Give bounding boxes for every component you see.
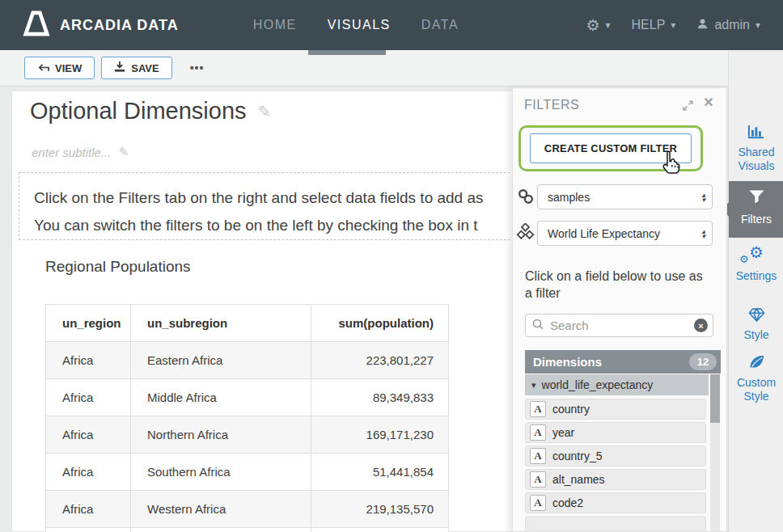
visual-title: Regional Populations — [45, 258, 191, 276]
cell-population: 169,171,230 — [311, 416, 449, 454]
cell-subregion: Eastern Africa — [131, 342, 311, 379]
field-label: code2 — [552, 496, 583, 509]
dimensions-header: Dimensions 12 — [525, 350, 721, 374]
nav-links: HOME VISUALS DATA — [253, 18, 459, 32]
table-row: Africa Western Africa 219,135,570 — [46, 491, 449, 528]
table-row-partial — [46, 528, 449, 532]
sidebar-item-shared-visuals[interactable]: Shared Visuals — [729, 125, 783, 173]
table-row: Africa Southern Africa 51,441,854 — [46, 454, 449, 491]
connection-select-value: samples — [548, 191, 590, 204]
diamond-icon — [729, 308, 783, 324]
brand-name: ARCADIA DATA — [60, 17, 179, 34]
cell-population: 51,441,854 — [311, 454, 449, 491]
view-button[interactable]: VIEW — [24, 57, 95, 79]
collapse-arrow-icon: ▾ — [531, 380, 536, 391]
more-options-button[interactable]: ••• — [185, 61, 210, 75]
dimensions-count-badge: 12 — [689, 353, 717, 370]
download-icon — [114, 61, 125, 74]
dataset-group-row[interactable]: ▾ world_life_expectancy — [525, 374, 709, 395]
string-type-icon: A — [530, 424, 546, 441]
cell-population: 89,349,833 — [311, 379, 449, 416]
dashboard-subtitle-row: enter subtitle... ✎ — [32, 145, 129, 159]
save-button[interactable]: SAVE — [101, 57, 171, 79]
table-header-row: un_region un_subregion sum(population) — [46, 305, 449, 342]
dataset-select-value: World Life Expectancy — [548, 227, 660, 240]
sidebar-label: Custom Style — [729, 376, 783, 403]
search-input[interactable] — [548, 318, 689, 333]
field-item-partial[interactable] — [525, 516, 706, 532]
cell-region: Africa — [46, 379, 131, 416]
active-nav-underline — [308, 50, 386, 55]
field-label: alt_names — [552, 473, 605, 486]
sidebar-label: Shared Visuals — [729, 146, 783, 173]
search-icon — [532, 319, 544, 333]
field-label: year — [552, 426, 574, 439]
arcadia-logo-icon — [23, 10, 50, 40]
settings-menu[interactable]: ⚙ ▾ — [586, 18, 610, 33]
sidebar-label: Style — [729, 328, 783, 342]
page-title: Optional Dimensions — [30, 98, 247, 125]
table-row: Africa Northern Africa 169,171,230 — [46, 416, 449, 454]
connection-select[interactable]: samples ▴▾ — [537, 184, 713, 209]
user-icon — [696, 18, 709, 33]
cell-region: Africa — [46, 491, 131, 528]
dataset-cubes-icon — [516, 223, 535, 243]
leaf-icon — [729, 354, 783, 372]
chevron-down-icon: ▾ — [671, 19, 675, 31]
chevron-down-icon: ▾ — [755, 19, 760, 31]
field-item-country-5[interactable]: A country_5 — [525, 445, 706, 467]
cell-population: 223,801,227 — [311, 342, 449, 379]
sidebar-item-custom-style[interactable]: Custom Style — [729, 354, 783, 403]
close-panel-icon[interactable]: × — [704, 93, 713, 112]
string-type-icon: A — [530, 448, 546, 464]
nav-item-visuals[interactable]: VISUALS — [328, 18, 391, 32]
clear-search-icon[interactable]: × — [694, 319, 708, 332]
nav-item-data[interactable]: DATA — [421, 18, 459, 32]
dimensions-scrollbar[interactable] — [710, 374, 720, 532]
chevron-down-icon: ▾ — [606, 19, 611, 31]
column-header-un-subregion[interactable]: un_subregion — [131, 305, 311, 342]
field-label: country — [552, 403, 590, 416]
string-type-icon: A — [530, 471, 546, 488]
help-menu[interactable]: HELP ▾ — [632, 18, 676, 32]
cell-population: 219,135,570 — [311, 491, 449, 528]
field-item-year[interactable]: A year — [525, 422, 706, 443]
cell-region: Africa — [46, 454, 131, 491]
filters-panel: FILTERS × CREATE CUSTOM FILTER samples ▴… — [512, 87, 727, 532]
sidebar-item-style[interactable]: Style — [729, 308, 783, 342]
brand[interactable]: ARCADIA DATA — [23, 10, 179, 40]
navbar-right: ⚙ ▾ HELP ▾ admin ▾ — [586, 18, 760, 33]
help-label: HELP — [632, 18, 666, 32]
scrollbar-thumb[interactable] — [710, 374, 720, 423]
regional-populations-table: un_region un_subregion sum(population) A… — [45, 304, 449, 532]
dimensions-label: Dimensions — [533, 355, 602, 369]
cell-region: Africa — [46, 342, 131, 379]
cell-subregion: Southern Africa — [131, 454, 311, 491]
toolbar: VIEW SAVE ••• — [0, 50, 783, 87]
column-header-un-region[interactable]: un_region — [46, 305, 131, 342]
dataset-select[interactable]: World Life Expectancy ▴▾ — [537, 221, 713, 246]
bar-chart-icon — [729, 125, 783, 141]
save-button-label: SAVE — [131, 62, 159, 74]
subtitle-placeholder[interactable]: enter subtitle... — [32, 146, 111, 159]
cell-region: Africa — [46, 416, 131, 454]
edit-subtitle-pencil-icon[interactable]: ✎ — [118, 145, 129, 159]
expand-panel-icon[interactable] — [683, 99, 693, 114]
user-menu[interactable]: admin ▾ — [696, 18, 760, 33]
cell-subregion: Northern Africa — [131, 416, 311, 454]
gear-icon: ⚙ — [586, 18, 599, 33]
sidebar-item-filters-active[interactable]: Filters — [729, 181, 783, 238]
sidebar-item-settings[interactable]: ⚙⚙ Settings — [729, 244, 783, 283]
cell-subregion: Middle Africa — [131, 379, 311, 416]
gears-icon: ⚙⚙ — [729, 244, 783, 265]
field-item-code2[interactable]: A code2 — [525, 492, 706, 513]
column-header-sum-population[interactable]: sum(population) — [311, 305, 449, 342]
edit-title-pencil-icon[interactable]: ✎ — [258, 102, 272, 121]
field-item-country[interactable]: A country — [525, 399, 706, 420]
field-item-alt-names[interactable]: A alt_names — [525, 469, 706, 490]
string-type-icon: A — [530, 401, 546, 417]
nav-item-home[interactable]: HOME — [253, 18, 297, 32]
group-label: world_life_expectancy — [542, 378, 654, 391]
select-arrows-icon: ▴▾ — [701, 192, 705, 202]
hand-cursor-icon — [660, 150, 683, 178]
